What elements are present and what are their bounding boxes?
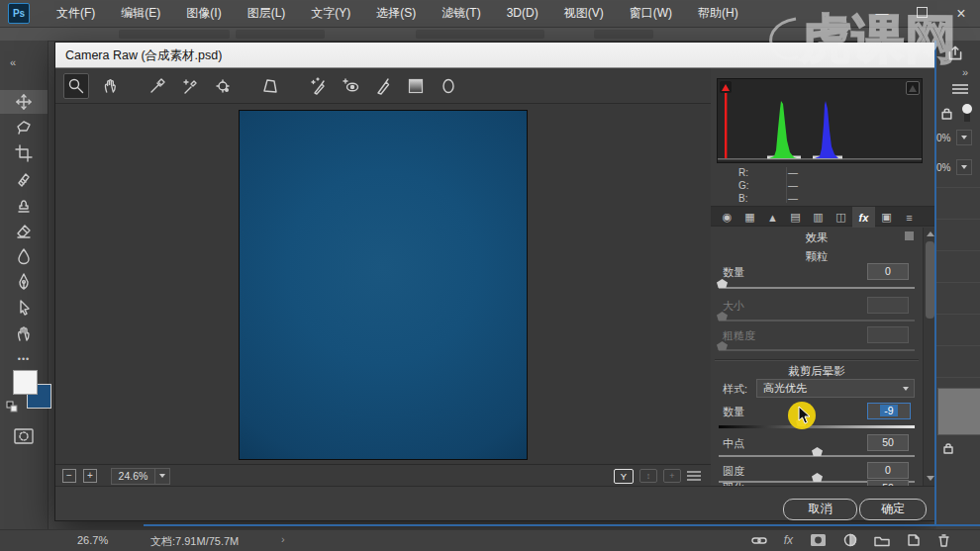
status-chevron[interactable]: ›	[281, 533, 285, 545]
color-sampler-tool[interactable]	[178, 74, 202, 98]
quick-mask-button[interactable]	[0, 424, 48, 448]
menu-select[interactable]: 选择(S)	[363, 0, 429, 27]
before-after-toggle[interactable]: Y	[614, 469, 634, 484]
tab-effects[interactable]: fx	[852, 207, 875, 228]
menu-filter[interactable]: 滤镜(T)	[429, 0, 493, 27]
add-mask-icon[interactable]	[810, 533, 827, 547]
vignette-amount-slider[interactable]	[719, 425, 915, 428]
zoom-in-button[interactable]: +	[83, 469, 97, 483]
dialog-footer: 取消 确定	[55, 486, 936, 520]
lasso-icon	[15, 119, 33, 137]
menu-layer[interactable]: 图层(L)	[235, 0, 299, 27]
lasso-tool[interactable]	[0, 116, 48, 139]
panel-options-button[interactable]	[905, 231, 914, 240]
transform-tool[interactable]	[258, 74, 282, 98]
crop-tool[interactable]	[0, 141, 48, 165]
grain-amount-field[interactable]: 0	[867, 263, 909, 280]
link-layers-icon[interactable]	[751, 534, 767, 547]
tab-split-toning[interactable]: ▥	[807, 207, 830, 228]
preview-image[interactable]	[239, 110, 528, 460]
graduated-filter-tool[interactable]	[404, 74, 428, 98]
maximize-button[interactable]	[909, 6, 934, 21]
highlight-clipping-indicator[interactable]	[906, 81, 920, 95]
menu-file[interactable]: 文件(F)	[44, 0, 108, 27]
scrollbar-thumb[interactable]	[926, 241, 934, 319]
menu-view[interactable]: 视图(V)	[551, 0, 617, 27]
vignette-midpoint-field[interactable]: 50	[867, 434, 909, 451]
scroll-up-arrow[interactable]	[927, 231, 934, 236]
tab-camera-calibration[interactable]: ▣	[875, 207, 898, 228]
dialog-title-bar[interactable]: Camera Raw (合成素材.psd)	[55, 43, 936, 68]
move-tool[interactable]	[0, 90, 48, 114]
panel-menu-icon[interactable]	[952, 84, 968, 86]
tab-detail[interactable]: ▲	[761, 207, 784, 228]
blur-tool[interactable]	[0, 244, 48, 268]
more-tools-button[interactable]: •••	[0, 347, 48, 371]
expand-panel-button[interactable]: »	[962, 66, 968, 78]
default-colors-icon[interactable]	[6, 399, 18, 416]
toggle-knob[interactable]	[962, 104, 972, 114]
menu-window[interactable]: 窗口(W)	[617, 0, 685, 27]
ok-button[interactable]: 确定	[859, 499, 927, 520]
preview-settings-icon[interactable]	[687, 471, 701, 473]
tab-tone-curve[interactable]: ▦	[738, 207, 761, 228]
vignette-midpoint-slider[interactable]	[719, 455, 915, 457]
pen-tool[interactable]	[0, 270, 48, 294]
tab-hsl[interactable]: ▤	[784, 207, 807, 228]
opacity-select[interactable]: 0%	[936, 130, 976, 145]
adjustment-brush-tool[interactable]	[371, 74, 395, 98]
path-selection-tool[interactable]	[0, 296, 48, 320]
fill-value: 0%	[936, 162, 950, 173]
preview-area[interactable]	[55, 104, 712, 464]
hand-tool-cr[interactable]	[98, 74, 122, 98]
menu-image[interactable]: 图像(I)	[173, 0, 234, 27]
zoom-out-button[interactable]: −	[62, 469, 76, 483]
zoom-percentage[interactable]: 26.7%	[77, 534, 108, 546]
tab-basic[interactable]: ◉	[716, 207, 738, 228]
lock-layer-button[interactable]	[940, 106, 953, 124]
healing-brush-tool[interactable]	[0, 167, 48, 191]
tab-presets[interactable]: ≡	[898, 207, 921, 228]
foreground-color-swatch[interactable]	[13, 370, 38, 395]
zoom-tool[interactable]	[63, 73, 89, 99]
clone-stamp-tool[interactable]	[0, 193, 48, 217]
layer-style-button[interactable]: fx	[784, 533, 793, 547]
fill-select[interactable]: 0%	[936, 159, 976, 175]
cancel-button[interactable]: 取消	[783, 499, 857, 520]
new-group-folder-icon[interactable]	[874, 534, 890, 547]
minimize-button[interactable]: —	[869, 6, 895, 21]
white-balance-tool[interactable]	[146, 74, 169, 98]
share-button[interactable]	[946, 45, 964, 66]
menu-3d[interactable]: 3D(D)	[494, 0, 551, 27]
spot-removal-tool[interactable]	[306, 74, 330, 98]
vignette-amount-field[interactable]: -9	[867, 403, 911, 419]
menu-edit[interactable]: 编辑(E)	[108, 0, 173, 27]
layer-thumbnail[interactable]	[937, 388, 980, 435]
shadow-clipping-indicator[interactable]	[720, 81, 732, 93]
red-eye-tool[interactable]	[339, 74, 362, 98]
transform-frame-icon	[261, 77, 279, 95]
vignette-roundness-field[interactable]: 0	[867, 462, 909, 479]
radial-filter-tool[interactable]	[437, 74, 460, 98]
targeted-adjustment-tool[interactable]	[211, 74, 235, 98]
document-size-info[interactable]: 文档:7.91M/75.7M	[150, 534, 239, 549]
collapse-tools-button[interactable]: «	[10, 56, 16, 68]
histogram[interactable]	[717, 78, 923, 163]
grain-amount-slider[interactable]	[719, 287, 915, 289]
clone-stamp-icon	[15, 196, 33, 214]
tab-lens-corrections[interactable]: ◫	[830, 207, 852, 228]
menu-type[interactable]: 文字(Y)	[298, 0, 363, 27]
swap-views-button[interactable]: ↕	[639, 469, 657, 483]
zoom-level-select[interactable]: 24.6%	[111, 468, 170, 485]
menu-help[interactable]: 帮助(H)	[685, 0, 751, 27]
new-layer-icon[interactable]	[907, 533, 921, 547]
scroll-down-arrow[interactable]	[927, 476, 934, 481]
copy-settings-button[interactable]: +	[663, 469, 681, 483]
close-button[interactable]: ×	[948, 5, 974, 23]
trash-icon[interactable]	[937, 533, 950, 547]
eraser-tool[interactable]	[0, 219, 48, 242]
vignette-style-select[interactable]: 高光优先	[756, 379, 915, 398]
adjustment-layer-icon[interactable]	[843, 533, 857, 547]
document-tab	[119, 30, 230, 39]
hand-tool[interactable]	[0, 321, 48, 345]
